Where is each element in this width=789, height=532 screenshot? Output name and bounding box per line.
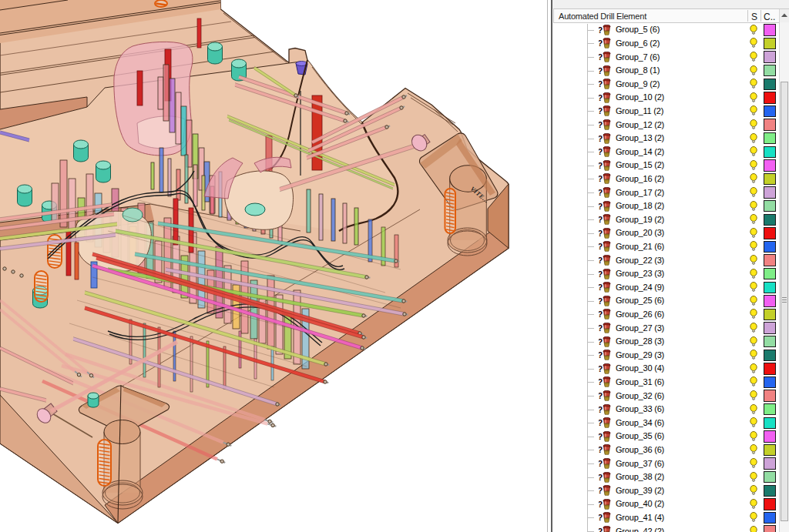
- svg-text:?: ?: [599, 309, 603, 319]
- svg-text:?: ?: [599, 256, 603, 265]
- svg-text:?: ?: [599, 120, 603, 129]
- svg-text:?: ?: [599, 242, 603, 251]
- svg-text:?: ?: [599, 473, 603, 482]
- svg-text:?: ?: [599, 432, 603, 441]
- svg-text:?: ?: [599, 486, 603, 495]
- svg-text:?: ?: [599, 405, 603, 414]
- svg-text:?: ?: [599, 391, 603, 400]
- svg-text:?: ?: [599, 513, 603, 522]
- svg-text:?: ?: [599, 350, 603, 360]
- svg-text:?: ?: [599, 445, 603, 454]
- svg-text:?: ?: [599, 377, 603, 386]
- svg-text:?: ?: [599, 174, 603, 183]
- svg-text:?: ?: [599, 147, 603, 156]
- svg-text:?: ?: [599, 269, 603, 279]
- svg-text:?: ?: [599, 161, 603, 170]
- svg-text:?: ?: [599, 418, 603, 427]
- svg-text:?: ?: [599, 500, 603, 509]
- svg-text:?: ?: [599, 527, 603, 532]
- svg-text:?: ?: [599, 38, 603, 48]
- svg-text:?: ?: [599, 229, 603, 238]
- svg-text:?: ?: [599, 106, 603, 115]
- svg-text:?: ?: [599, 215, 603, 224]
- svg-text:?: ?: [599, 364, 603, 373]
- svg-text:?: ?: [599, 52, 603, 62]
- svg-text:?: ?: [599, 66, 603, 75]
- svg-text:?: ?: [599, 323, 603, 333]
- svg-text:?: ?: [599, 283, 603, 292]
- svg-text:?: ?: [599, 202, 603, 211]
- svg-text:?: ?: [599, 134, 603, 143]
- svg-text:?: ?: [599, 188, 603, 197]
- svg-text:?: ?: [599, 25, 603, 35]
- svg-text:?: ?: [599, 459, 603, 468]
- svg-text:?: ?: [599, 296, 603, 306]
- svg-text:?: ?: [599, 337, 603, 346]
- svg-text:?: ?: [599, 79, 603, 89]
- svg-text:?: ?: [599, 93, 603, 102]
